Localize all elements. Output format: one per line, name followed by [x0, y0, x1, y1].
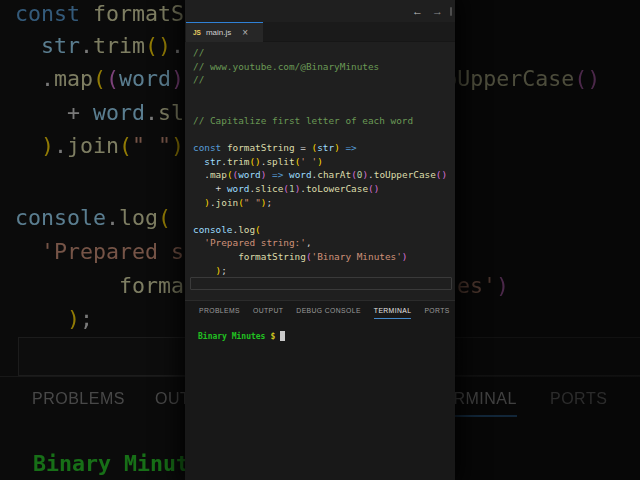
code-line: [193, 100, 451, 114]
tab-label: main.js: [206, 28, 231, 37]
back-arrow-icon[interactable]: ←: [412, 6, 423, 17]
panel-tab-terminal[interactable]: TERMINAL: [374, 307, 412, 319]
title-bar: ← →: [185, 0, 455, 22]
code-line: + word.slice(1).toLowerCase(): [193, 182, 451, 196]
code-line: );: [193, 264, 451, 278]
tab-main-js[interactable]: JS main.js ×: [186, 22, 263, 42]
code-line: [193, 87, 451, 101]
terminal-dollar: $: [270, 332, 275, 341]
panel-tab-problems[interactable]: PROBLEMS: [199, 307, 240, 319]
panel-tab-bar: PROBLEMSOUTPUTDEBUG CONSOLETERMINALPORTS: [185, 301, 455, 319]
current-line-highlight: [190, 277, 452, 290]
close-icon[interactable]: ×: [242, 27, 248, 38]
js-file-icon: JS: [193, 29, 201, 36]
panel-tab-ports[interactable]: PORTS: [424, 307, 449, 319]
terminal-cursor: [280, 331, 285, 341]
code-line: str.trim().split(' '): [193, 155, 451, 169]
bottom-panel: PROBLEMSOUTPUTDEBUG CONSOLETERMINALPORTS…: [185, 300, 455, 480]
editor-tab-bar: JS main.js ×: [185, 22, 455, 42]
code-line: // Capitalize first letter of each word: [193, 114, 451, 128]
terminal-prompt: Binary Minutes: [198, 332, 265, 341]
code-line: // www.youtube.com/@BinaryMinutes: [193, 60, 451, 74]
code-line: .map((word) => word.charAt(0).toUpperCas…: [193, 168, 451, 182]
code-line: ).join(" ");: [193, 196, 451, 210]
video-frame: const formatString = (str) => str.trim()…: [0, 0, 640, 480]
panel-tab-debug-console[interactable]: DEBUG CONSOLE: [296, 307, 361, 319]
forward-arrow-icon[interactable]: →: [432, 6, 443, 17]
code-line: //: [193, 46, 451, 60]
code-line: 'Prepared string:',: [193, 236, 451, 250]
vscode-window: ← → JS main.js × //// www.youtube.com/@B…: [185, 0, 455, 480]
code-line: const formatString = (str) =>: [193, 141, 451, 155]
code-line: [193, 128, 451, 142]
code-line: console.log(: [193, 223, 451, 237]
terminal[interactable]: Binary Minutes $: [198, 331, 455, 341]
code-line: formatString('Binary Minutes'): [193, 250, 451, 264]
code-line: [193, 209, 451, 223]
clipped-toolbar-icon: [450, 7, 452, 16]
panel-tab-output[interactable]: OUTPUT: [253, 307, 283, 319]
code-editor[interactable]: //// www.youtube.com/@BinaryMinutes//// …: [193, 46, 451, 298]
code-line: //: [193, 73, 451, 87]
